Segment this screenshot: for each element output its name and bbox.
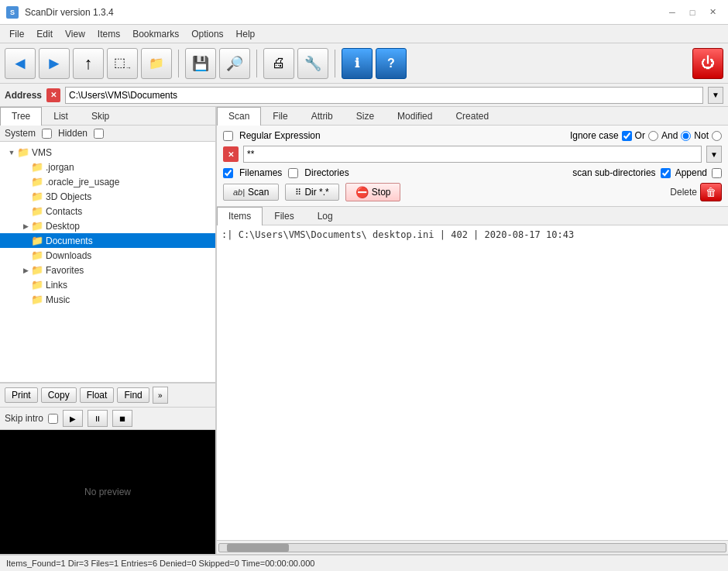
left-panel: Tree List Skip System Hidden ▼ 📁 VMS [0,107,217,554]
tab-file[interactable]: File [261,107,299,125]
minimize-button[interactable]: ─ [663,5,682,20]
tree-item-downloads[interactable]: ▶ 📁 Downloads [0,248,215,263]
skip-row: Skip intro ▶ ⏸ ⏹ [0,408,215,430]
not-radio[interactable] [712,131,722,141]
append-checkbox[interactable] [712,168,722,178]
and-label: And [661,130,678,141]
filenames-checkbox[interactable] [223,168,233,178]
tab-modified[interactable]: Modified [386,107,444,125]
and-radio[interactable] [681,131,691,141]
tab-attrib[interactable]: Attrib [300,107,345,125]
scan-pattern-row: ✕ ▼ [223,146,722,163]
stop-button[interactable]: ⏹ [112,410,132,427]
skip-intro-checkbox[interactable] [48,414,58,424]
toggle-vms[interactable]: ▼ [6,147,17,158]
tab-tree[interactable]: Tree [0,107,42,126]
tab-skip[interactable]: Skip [80,107,121,125]
close-button[interactable]: ✕ [703,5,722,20]
up-button[interactable]: ↑ [73,48,104,79]
menu-edit[interactable]: Edit [30,27,59,41]
scan-options-row1: Regular Expression Ignore case Or And No… [223,130,722,141]
help-button[interactable]: ? [376,48,407,79]
browse-button[interactable]: 📁 [141,48,172,79]
info-button[interactable]: ℹ [342,48,373,79]
scroll-thumb[interactable] [227,544,289,552]
back-button[interactable]: ◄ [5,48,36,79]
address-input[interactable] [65,87,703,104]
system-checkbox[interactable] [42,129,52,139]
dir-button[interactable]: ⠿ Dir *.* [285,184,338,201]
tools-button[interactable]: 🔧 [297,48,328,79]
forward-button[interactable]: ► [39,48,70,79]
tab-list[interactable]: List [42,107,80,125]
menu-file[interactable]: File [3,27,30,41]
tree-item-jorgan[interactable]: ▶ 📁 .jorgan [0,160,215,174]
browse-icon: 📁 [149,56,164,71]
results-tab-files[interactable]: Files [263,207,305,225]
copy-path-button[interactable]: ⬚→ [107,48,138,79]
address-label: Address [5,90,42,101]
maximize-button[interactable]: □ [683,5,702,20]
pattern-clear-button[interactable]: ✕ [223,146,239,162]
tree-item-oracle[interactable]: ▶ 📁 .oracle_jre_usage [0,174,215,189]
scan-action-button[interactable]: ab| Scan [223,184,279,201]
find-button[interactable]: Find [117,387,149,403]
stop-button[interactable]: ⛔ Stop [345,183,401,201]
directories-checkbox[interactable] [288,168,298,178]
regex-checkbox[interactable] [223,131,233,141]
folder-icon-desktop: 📁 [31,220,43,232]
tab-scan[interactable]: Scan [217,107,261,126]
ignore-case-checkbox[interactable] [622,131,632,141]
scan-panel: Regular Expression Ignore case Or And No… [217,126,728,207]
results-tab-log[interactable]: Log [306,207,345,225]
search-button[interactable]: 🔎 [219,48,250,79]
pause-button[interactable]: ⏸ [88,410,108,427]
tree-item-desktop[interactable]: ▶ 📁 Desktop [0,218,215,233]
tree-item-3dobjects[interactable]: ▶ 📁 3D Objects [0,189,215,204]
main-area: Tree List Skip System Hidden ▼ 📁 VMS [0,107,728,554]
status-text: Items_Found=1 Dir=3 Files=1 Entries=6 De… [6,559,314,568]
toggle-desktop[interactable]: ▶ [20,221,31,232]
address-clear-button[interactable]: ✕ [46,88,60,102]
scan-subdirs-checkbox[interactable] [661,168,671,178]
tree-item-links[interactable]: ▶ 📁 Links [0,277,215,292]
menu-help[interactable]: Help [230,27,262,41]
print-button[interactable]: 🖨 [263,48,294,79]
hidden-label: Hidden [58,128,88,139]
tree-item-contacts[interactable]: ▶ 📁 Contacts [0,204,215,218]
horizontal-scrollbar[interactable] [217,540,728,554]
float-button[interactable]: Float [80,387,115,403]
menu-bar: File Edit View Items Bookmarks Options H… [0,25,728,43]
pattern-dropdown[interactable]: ▼ [706,146,722,163]
toggle-favorites[interactable]: ▶ [20,265,31,276]
menu-options[interactable]: Options [185,27,229,41]
copy-button-left[interactable]: Copy [41,387,77,403]
menu-items[interactable]: Items [91,27,126,41]
results-tab-items[interactable]: Items [217,207,263,225]
tab-created[interactable]: Created [444,107,500,125]
tab-size[interactable]: Size [345,107,386,125]
status-bar: Items_Found=1 Dir=3 Files=1 Entries=6 De… [0,554,728,571]
or-radio[interactable] [648,131,658,141]
menu-bookmarks[interactable]: Bookmarks [126,27,185,41]
save-button[interactable]: 💾 [185,48,216,79]
right-tabs: Scan File Attrib Size Modified Created [217,107,728,126]
tree-item-favorites[interactable]: ▶ 📁 Favorites [0,263,215,277]
filenames-label: Filenames [239,167,282,178]
tree-item-music[interactable]: ▶ 📁 Music [0,292,215,307]
pattern-input[interactable] [243,146,702,163]
address-dropdown[interactable]: ▼ [708,87,723,104]
play-button[interactable]: ▶ [63,410,83,427]
scan-row3-left: Filenames Directories [223,167,349,178]
tree-item-documents[interactable]: ▶ 📁 Documents [0,233,215,248]
folder-icon-contacts: 📁 [31,205,43,217]
tree-label-downloads: Downloads [46,250,91,261]
power-button[interactable]: ⏻ [692,48,723,79]
print-button-left[interactable]: Print [5,387,38,403]
menu-view[interactable]: View [59,27,91,41]
delete-button[interactable]: 🗑 [700,183,722,201]
hidden-checkbox[interactable] [94,129,104,139]
scan-row3-right: scan sub-directories Append [572,167,722,178]
more-button[interactable]: » [153,387,168,404]
tree-item-vms[interactable]: ▼ 📁 VMS [0,145,215,160]
